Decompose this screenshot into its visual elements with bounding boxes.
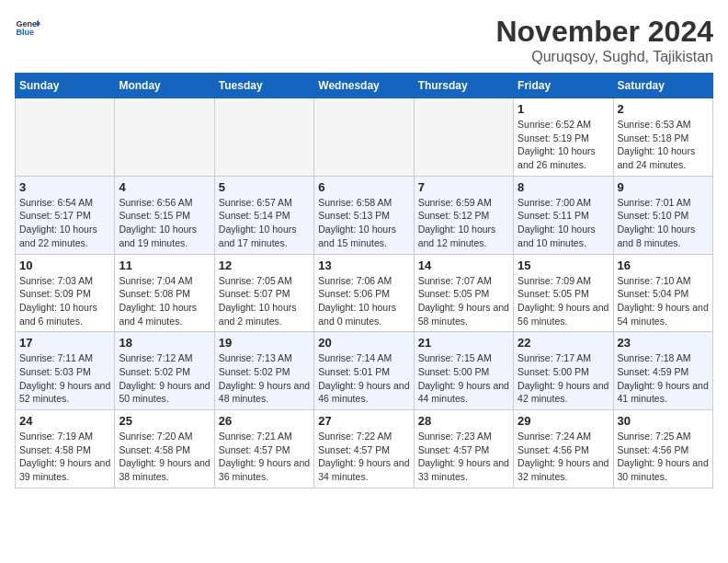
svg-text:Blue: Blue xyxy=(16,28,34,37)
calendar-week-2: 3Sunrise: 6:54 AMSunset: 5:17 PMDaylight… xyxy=(16,176,713,254)
day-info: Sunrise: 7:12 AMSunset: 5:02 PMDaylight:… xyxy=(119,351,210,406)
calendar-cell: 15Sunrise: 7:09 AMSunset: 5:05 PMDayligh… xyxy=(514,254,613,332)
day-number: 4 xyxy=(119,180,210,194)
day-number: 21 xyxy=(418,336,509,350)
day-number: 8 xyxy=(518,180,609,194)
calendar-cell: 25Sunrise: 7:20 AMSunset: 4:58 PMDayligh… xyxy=(115,410,214,488)
calendar-week-3: 10Sunrise: 7:03 AMSunset: 5:09 PMDayligh… xyxy=(16,254,713,332)
day-info: Sunrise: 6:58 AMSunset: 5:13 PMDaylight:… xyxy=(318,196,409,250)
column-header-thursday: Thursday xyxy=(414,74,513,98)
day-number: 25 xyxy=(119,414,210,428)
calendar-cell xyxy=(414,98,513,177)
calendar-cell: 23Sunrise: 7:18 AMSunset: 4:59 PMDayligh… xyxy=(613,332,712,410)
calendar-cell xyxy=(115,98,214,177)
calendar-week-1: 1Sunrise: 6:52 AMSunset: 5:19 PMDaylight… xyxy=(16,98,713,177)
logo: General Blue xyxy=(15,15,40,40)
day-info: Sunrise: 6:57 AMSunset: 5:14 PMDaylight:… xyxy=(219,196,310,250)
calendar-cell: 1Sunrise: 6:52 AMSunset: 5:19 PMDaylight… xyxy=(514,98,613,177)
day-info: Sunrise: 7:23 AMSunset: 4:57 PMDaylight:… xyxy=(418,430,509,484)
calendar-cell: 6Sunrise: 6:58 AMSunset: 5:13 PMDaylight… xyxy=(314,176,414,254)
day-number: 19 xyxy=(219,336,310,350)
day-number: 22 xyxy=(518,336,609,350)
day-info: Sunrise: 7:21 AMSunset: 4:57 PMDaylight:… xyxy=(219,430,310,484)
calendar-cell: 8Sunrise: 7:00 AMSunset: 5:11 PMDaylight… xyxy=(514,176,613,254)
day-number: 3 xyxy=(19,180,110,194)
column-header-friday: Friday xyxy=(514,74,613,98)
day-number: 23 xyxy=(618,336,709,350)
calendar-cell: 17Sunrise: 7:11 AMSunset: 5:03 PMDayligh… xyxy=(16,332,115,410)
day-info: Sunrise: 7:07 AMSunset: 5:05 PMDaylight:… xyxy=(418,274,509,328)
calendar-cell: 30Sunrise: 7:25 AMSunset: 4:56 PMDayligh… xyxy=(613,410,712,488)
day-info: Sunrise: 7:11 AMSunset: 5:03 PMDaylight:… xyxy=(19,351,110,406)
day-number: 5 xyxy=(219,180,310,194)
day-number: 15 xyxy=(518,259,609,272)
column-header-monday: Monday xyxy=(115,74,214,98)
calendar-cell: 22Sunrise: 7:17 AMSunset: 5:00 PMDayligh… xyxy=(514,332,613,410)
calendar-cell: 16Sunrise: 7:10 AMSunset: 5:04 PMDayligh… xyxy=(613,254,712,332)
day-info: Sunrise: 7:06 AMSunset: 5:06 PMDaylight:… xyxy=(318,274,409,328)
day-number: 18 xyxy=(119,336,210,350)
day-number: 12 xyxy=(219,259,310,272)
calendar-cell: 11Sunrise: 7:04 AMSunset: 5:08 PMDayligh… xyxy=(115,254,214,332)
logo-icon: General Blue xyxy=(15,15,40,40)
day-number: 6 xyxy=(318,180,409,194)
day-info: Sunrise: 7:00 AMSunset: 5:11 PMDaylight:… xyxy=(518,196,609,250)
day-info: Sunrise: 7:18 AMSunset: 4:59 PMDaylight:… xyxy=(618,351,709,406)
calendar-cell: 27Sunrise: 7:22 AMSunset: 4:57 PMDayligh… xyxy=(314,410,414,488)
day-number: 1 xyxy=(518,102,609,116)
day-info: Sunrise: 7:09 AMSunset: 5:05 PMDaylight:… xyxy=(518,274,609,328)
day-info: Sunrise: 7:04 AMSunset: 5:08 PMDaylight:… xyxy=(119,274,210,328)
day-info: Sunrise: 7:05 AMSunset: 5:07 PMDaylight:… xyxy=(219,274,310,328)
day-info: Sunrise: 7:14 AMSunset: 5:01 PMDaylight:… xyxy=(318,351,409,406)
calendar-week-5: 24Sunrise: 7:19 AMSunset: 4:58 PMDayligh… xyxy=(16,410,713,488)
day-number: 24 xyxy=(19,414,110,428)
calendar-cell xyxy=(314,98,414,177)
day-info: Sunrise: 7:13 AMSunset: 5:02 PMDaylight:… xyxy=(219,351,310,406)
calendar-cell: 10Sunrise: 7:03 AMSunset: 5:09 PMDayligh… xyxy=(16,254,115,332)
calendar-cell: 14Sunrise: 7:07 AMSunset: 5:05 PMDayligh… xyxy=(414,254,513,332)
day-number: 16 xyxy=(618,259,709,272)
calendar-cell: 5Sunrise: 6:57 AMSunset: 5:14 PMDaylight… xyxy=(214,176,313,254)
day-number: 27 xyxy=(318,414,409,428)
day-info: Sunrise: 7:10 AMSunset: 5:04 PMDaylight:… xyxy=(618,274,709,328)
day-number: 17 xyxy=(19,336,110,350)
calendar-cell: 13Sunrise: 7:06 AMSunset: 5:06 PMDayligh… xyxy=(314,254,414,332)
day-number: 2 xyxy=(618,102,709,116)
calendar-cell xyxy=(16,98,115,177)
day-info: Sunrise: 7:25 AMSunset: 4:56 PMDaylight:… xyxy=(618,430,709,484)
calendar-cell: 2Sunrise: 6:53 AMSunset: 5:18 PMDaylight… xyxy=(613,98,712,177)
day-number: 11 xyxy=(119,259,210,272)
day-info: Sunrise: 7:15 AMSunset: 5:00 PMDaylight:… xyxy=(418,351,509,406)
day-info: Sunrise: 7:17 AMSunset: 5:00 PMDaylight:… xyxy=(518,351,609,406)
location-title: Quruqsoy, Sughd, Tajikistan xyxy=(495,49,713,65)
day-info: Sunrise: 6:56 AMSunset: 5:15 PMDaylight:… xyxy=(119,196,210,250)
month-title: November 2024 xyxy=(495,15,713,49)
calendar-cell: 3Sunrise: 6:54 AMSunset: 5:17 PMDaylight… xyxy=(16,176,115,254)
day-info: Sunrise: 7:22 AMSunset: 4:57 PMDaylight:… xyxy=(318,430,409,484)
column-header-sunday: Sunday xyxy=(16,74,115,98)
column-header-saturday: Saturday xyxy=(613,74,712,98)
day-info: Sunrise: 6:53 AMSunset: 5:18 PMDaylight:… xyxy=(618,118,709,172)
column-header-wednesday: Wednesday xyxy=(314,74,414,98)
calendar-header-row: SundayMondayTuesdayWednesdayThursdayFrid… xyxy=(16,74,713,98)
day-info: Sunrise: 6:54 AMSunset: 5:17 PMDaylight:… xyxy=(19,196,110,250)
day-info: Sunrise: 6:52 AMSunset: 5:19 PMDaylight:… xyxy=(518,118,609,172)
day-info: Sunrise: 6:59 AMSunset: 5:12 PMDaylight:… xyxy=(418,196,509,250)
calendar-cell: 28Sunrise: 7:23 AMSunset: 4:57 PMDayligh… xyxy=(414,410,513,488)
day-info: Sunrise: 7:20 AMSunset: 4:58 PMDaylight:… xyxy=(119,430,210,484)
day-number: 14 xyxy=(418,259,509,272)
calendar-week-4: 17Sunrise: 7:11 AMSunset: 5:03 PMDayligh… xyxy=(16,332,713,410)
calendar-cell: 21Sunrise: 7:15 AMSunset: 5:00 PMDayligh… xyxy=(414,332,513,410)
day-number: 30 xyxy=(618,414,709,428)
day-number: 7 xyxy=(418,180,509,194)
day-info: Sunrise: 7:19 AMSunset: 4:58 PMDaylight:… xyxy=(19,430,110,484)
calendar: SundayMondayTuesdayWednesdayThursdayFrid… xyxy=(15,73,713,488)
calendar-cell: 26Sunrise: 7:21 AMSunset: 4:57 PMDayligh… xyxy=(214,410,313,488)
calendar-cell: 7Sunrise: 6:59 AMSunset: 5:12 PMDaylight… xyxy=(414,176,513,254)
day-number: 10 xyxy=(19,259,110,272)
title-area: November 2024 Quruqsoy, Sughd, Tajikista… xyxy=(495,15,713,65)
day-number: 9 xyxy=(618,180,709,194)
day-number: 28 xyxy=(418,414,509,428)
day-number: 29 xyxy=(518,414,609,428)
day-number: 26 xyxy=(219,414,310,428)
